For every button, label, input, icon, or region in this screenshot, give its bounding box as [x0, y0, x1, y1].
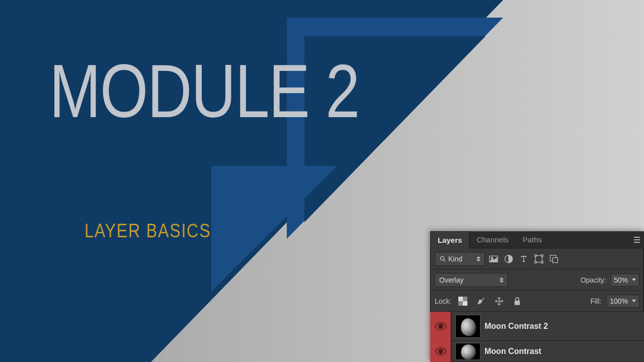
opacity-value: 50% — [614, 276, 628, 284]
search-icon — [439, 255, 446, 262]
layer-row[interactable]: Moon Contrast 2 — [430, 312, 644, 341]
svg-rect-14 — [463, 301, 467, 306]
filter-adjustment-icon[interactable] — [502, 252, 515, 265]
svg-point-16 — [439, 324, 443, 328]
filter-row: Kind — [430, 248, 644, 269]
slide-title: MODULE 2 — [49, 48, 359, 135]
layer-name[interactable]: Moon Contrast 2 — [485, 322, 548, 331]
eye-icon — [435, 347, 447, 355]
svg-rect-15 — [515, 300, 520, 305]
tab-layers[interactable]: Layers — [430, 231, 469, 248]
lock-position-icon[interactable] — [493, 295, 506, 308]
blend-mode-select[interactable]: Overlay — [435, 273, 508, 287]
slide-subtitle: LAYER BASICS — [85, 220, 211, 242]
fill-label: Fill: — [590, 297, 601, 305]
svg-rect-13 — [458, 297, 463, 301]
filter-pixel-icon[interactable] — [487, 252, 500, 265]
blend-opacity-row: Overlay Opacity: 50% — [430, 269, 644, 291]
lock-all-icon[interactable] — [511, 295, 524, 308]
bg-rect-small — [211, 166, 337, 292]
svg-rect-7 — [541, 254, 543, 256]
visibility-toggle[interactable] — [430, 312, 451, 341]
svg-point-0 — [440, 256, 444, 260]
layer-thumbnail[interactable] — [455, 343, 480, 360]
layer-thumbnail[interactable] — [455, 315, 480, 338]
svg-point-3 — [491, 257, 493, 258]
panel-menu-button[interactable] — [633, 231, 644, 248]
filter-kind-label: Kind — [448, 255, 462, 263]
svg-rect-6 — [535, 254, 536, 256]
svg-line-1 — [444, 259, 445, 261]
opacity-input[interactable]: 50% — [610, 274, 639, 287]
tab-channels[interactable]: Channels — [469, 231, 515, 248]
lock-transparency-icon[interactable] — [456, 295, 469, 308]
opacity-label: Opacity: — [581, 276, 606, 284]
layers-panel: Layers Channels Paths Kind — [430, 231, 644, 362]
slide-stage: MODULE 2 LAYER BASICS Layers Channels Pa… — [0, 0, 644, 362]
svg-rect-11 — [553, 257, 558, 262]
filter-kind-select[interactable]: Kind — [435, 252, 485, 266]
lock-image-icon[interactable] — [474, 295, 488, 308]
layer-name[interactable]: Moon Contrast — [485, 347, 541, 356]
filter-smartobject-icon[interactable] — [547, 252, 560, 265]
svg-rect-9 — [541, 261, 543, 263]
visibility-toggle[interactable] — [430, 341, 451, 362]
filter-shape-icon[interactable] — [532, 252, 545, 265]
panel-tabs: Layers Channels Paths — [430, 231, 644, 248]
fill-input[interactable]: 100% — [606, 295, 639, 308]
layer-row[interactable]: Moon Contrast — [430, 341, 644, 362]
filter-type-icon[interactable] — [517, 252, 530, 265]
layer-list: Moon Contrast 2 Moon Contrast — [430, 312, 644, 362]
tab-paths[interactable]: Paths — [516, 231, 549, 248]
svg-rect-8 — [535, 261, 536, 263]
eye-icon — [435, 322, 447, 330]
lock-label: Lock: — [435, 297, 451, 305]
svg-point-17 — [439, 349, 443, 353]
fill-value: 100% — [610, 297, 628, 305]
blend-mode-value: Overlay — [439, 276, 463, 284]
lock-fill-row: Lock: Fill: 100% — [430, 291, 644, 312]
